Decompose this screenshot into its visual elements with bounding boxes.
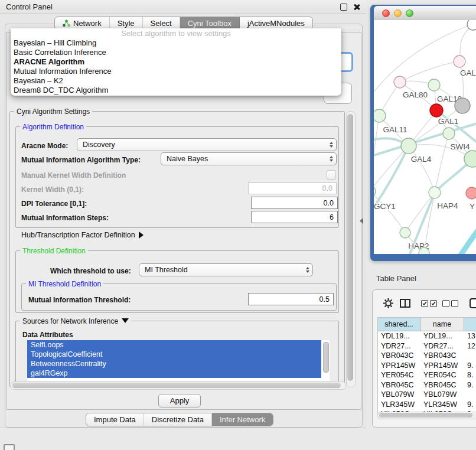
settings-horizontal-scroll-thumb[interactable] bbox=[12, 383, 341, 388]
mi-steps-field[interactable]: 6 bbox=[251, 211, 338, 223]
algorithm-option-bayesian-k2[interactable]: Bayesian – K2 bbox=[11, 76, 341, 86]
network-node-gal4[interactable] bbox=[401, 138, 416, 154]
table-row[interactable]: YLR345WYLR345W9. bbox=[378, 400, 476, 410]
tab-jactivemnodules[interactable]: jActiveMNodules bbox=[240, 17, 312, 30]
aracne-mode-combo[interactable]: Discovery bbox=[77, 138, 337, 151]
network-node-hap4[interactable] bbox=[429, 187, 441, 198]
settings-horizontal-scrollbar[interactable] bbox=[11, 381, 346, 390]
column-header-shared[interactable]: shared... bbox=[378, 318, 420, 331]
tab-network[interactable]: Network bbox=[55, 17, 110, 30]
bottom-tab-bar: Impute DataDiscretize DataInfer Network bbox=[86, 413, 273, 426]
table-cell: YER054C bbox=[420, 371, 464, 379]
algorithm-option-bayesian-hill-climbing[interactable]: Bayesian – Hill Climbing bbox=[11, 38, 341, 48]
network-canvas[interactable]: GALGAL80GAL10GAL1GAL11GAL4SWI4HAP4YGCY1H… bbox=[374, 20, 476, 254]
data-attributes-list[interactable]: SelfLoopsTopologicalCoefficientBetweenne… bbox=[27, 340, 330, 381]
combo-spinner-icon bbox=[330, 156, 333, 162]
minimize-traffic-light-icon[interactable] bbox=[394, 9, 402, 17]
algorithm-option-list: Bayesian – Hill ClimbingBasic Correlatio… bbox=[11, 38, 341, 95]
algorithm-dropdown-placeholder: Select algorithm to view settings bbox=[11, 29, 341, 38]
table-row[interactable]: YPR145WYPR145W9. bbox=[378, 361, 476, 371]
bottom-tab-impute-data[interactable]: Impute Data bbox=[86, 413, 144, 426]
network-node-gal10[interactable] bbox=[428, 79, 440, 91]
algorithm-option-aracne-algorithm[interactable]: ARACNE Algorithm bbox=[11, 57, 341, 67]
network-node-label-gal4: GAL4 bbox=[411, 155, 432, 164]
control-panel-titlebar: Control Panel bbox=[0, 0, 366, 14]
table-cell: 9. bbox=[464, 400, 476, 409]
table-horizontal-scroll-thumb[interactable] bbox=[379, 413, 472, 418]
table-row[interactable]: YBR045CYBR045C9. bbox=[378, 380, 476, 390]
network-node-salmon-node[interactable] bbox=[466, 187, 476, 199]
tab-style[interactable]: Style bbox=[110, 17, 143, 30]
algorithm-option-dream8-dc-tdc-algorithm[interactable]: Dream8 DC_TDC Algorithm bbox=[11, 86, 341, 95]
algorithm-dropdown-popup: Select algorithm to view settings Bayesi… bbox=[11, 28, 341, 96]
table-settings-gear-icon[interactable] bbox=[383, 298, 393, 308]
table-row[interactable]: YDR27...YDR27...12 bbox=[378, 341, 476, 351]
table-row[interactable]: YBR043CYBR043C bbox=[378, 351, 476, 361]
select-all-checkboxes-icon[interactable] bbox=[421, 300, 437, 307]
hub-tf-definition-toggle[interactable]: Hub/Transcription Factor Definition bbox=[21, 231, 144, 239]
manual-kernel-checkbox[interactable] bbox=[327, 170, 336, 180]
zoom-traffic-light-icon[interactable] bbox=[406, 9, 413, 17]
tab-select[interactable]: Select bbox=[143, 17, 180, 30]
mi-type-combo[interactable]: Naive Bayes bbox=[161, 152, 337, 165]
algorithm-option-basic-correlation-inference[interactable]: Basic Correlation Inference bbox=[11, 48, 341, 57]
bottom-tab-discretize-data[interactable]: Discretize Data bbox=[144, 413, 212, 426]
mi-steps-label: Mutual Information Steps: bbox=[21, 214, 109, 222]
close-panel-icon[interactable] bbox=[353, 4, 360, 11]
network-node-gal1[interactable] bbox=[430, 104, 443, 117]
network-node-hap2[interactable] bbox=[400, 227, 410, 238]
bottom-tab-infer-network[interactable]: Infer Network bbox=[212, 413, 273, 426]
tab-cyni-toolbox[interactable]: Cyni Toolbox bbox=[180, 17, 240, 30]
aracne-mode-label: Aracne Mode: bbox=[21, 142, 68, 150]
corner-float-icon[interactable] bbox=[4, 444, 15, 450]
dpi-tolerance-field[interactable]: 0.0 bbox=[251, 197, 338, 209]
kernel-width-field[interactable]: 0.0 bbox=[248, 182, 337, 194]
sources-group-title[interactable]: Sources for Network Inference bbox=[20, 317, 131, 325]
close-traffic-light-icon[interactable] bbox=[382, 9, 390, 17]
settings-vertical-scroll-thumb[interactable] bbox=[347, 114, 353, 381]
node-table[interactable]: shared...name YDL19...YDL19...13YDR27...… bbox=[377, 317, 476, 418]
attribute-item-gal4rgexp[interactable]: gal4RGexp bbox=[27, 369, 321, 378]
which-threshold-combo[interactable]: MI Threshold bbox=[139, 263, 313, 276]
which-threshold-value: MI Threshold bbox=[145, 266, 188, 274]
table-cell: YER054C bbox=[378, 371, 420, 379]
network-window-titlebar[interactable] bbox=[374, 6, 476, 21]
control-panel-title: Control Panel bbox=[6, 2, 53, 11]
column-header-cut[interactable] bbox=[464, 318, 476, 331]
kernel-width-value: 0.0 bbox=[322, 184, 332, 193]
apply-button[interactable]: Apply bbox=[158, 394, 201, 407]
network-node-node-mid[interactable] bbox=[443, 128, 455, 139]
attribute-list-scrollbar[interactable] bbox=[323, 342, 329, 373]
mi-type-label: Mutual Information Algorithm Type: bbox=[21, 156, 141, 164]
dpi-tolerance-label: DPI Tolerance [0,1]: bbox=[21, 200, 87, 208]
attribute-item-topologicalcoefficient[interactable]: TopologicalCoefficient bbox=[27, 350, 321, 359]
table-horizontal-scrollbar[interactable] bbox=[377, 412, 476, 419]
network-node-node-bottom[interactable] bbox=[419, 247, 429, 254]
algorithm-option-mutual-information-inference[interactable]: Mutual Information Inference bbox=[11, 67, 341, 76]
network-node-gal7[interactable] bbox=[454, 56, 465, 67]
network-node-gray-node[interactable] bbox=[455, 98, 470, 113]
table-function-icon[interactable] bbox=[470, 298, 476, 308]
attribute-item-betweennesscentrality[interactable]: BetweennessCentrality bbox=[27, 359, 321, 369]
table-row[interactable]: YBL079WYBL079W bbox=[378, 390, 476, 400]
show-columns-icon[interactable] bbox=[400, 299, 410, 308]
table-panel-title: Table Panel bbox=[376, 274, 416, 283]
network-node-gal11[interactable] bbox=[374, 109, 386, 122]
settings-vertical-scrollbar[interactable] bbox=[346, 111, 356, 387]
panel-splitter-arrow[interactable] bbox=[360, 218, 363, 224]
control-panel-window: Control Panel NetworkStyleSelectCyni Too… bbox=[0, 0, 366, 428]
table-row[interactable]: YDL19...YDL19...13 bbox=[378, 331, 476, 341]
attribute-item-selfloops[interactable]: SelfLoops bbox=[27, 340, 321, 350]
network-node-label-salmon-node: Y bbox=[470, 202, 475, 211]
network-graph[interactable]: GALGAL80GAL10GAL1GAL11GAL4SWI4HAP4YGCY1H… bbox=[374, 20, 476, 254]
table-cell: YPR145W bbox=[420, 361, 464, 370]
deselect-all-checkboxes-icon[interactable] bbox=[442, 300, 458, 307]
network-node-gal80[interactable] bbox=[394, 76, 406, 88]
mi-threshold-field[interactable]: 0.5 bbox=[248, 293, 334, 305]
kernel-width-label: Kernel Width (0,1): bbox=[21, 185, 84, 194]
column-header-name[interactable]: name bbox=[420, 318, 464, 331]
float-panel-icon[interactable] bbox=[340, 4, 347, 11]
network-node-label-gcy1: GCY1 bbox=[374, 202, 396, 211]
network-view-window[interactable]: GALGAL80GAL10GAL1GAL11GAL4SWI4HAP4YGCY1H… bbox=[370, 5, 476, 261]
table-row[interactable]: YER054CYER054C8. bbox=[378, 370, 476, 380]
